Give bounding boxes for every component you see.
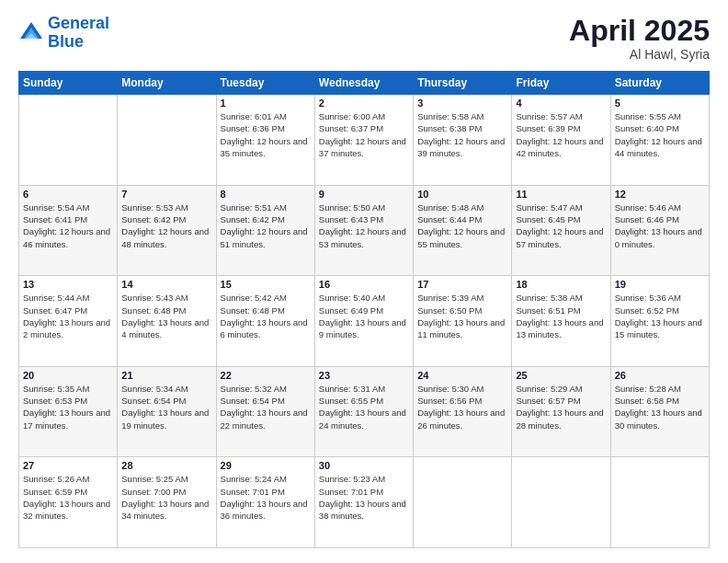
day-number: 5 — [615, 98, 705, 109]
day-number: 7 — [121, 189, 211, 200]
calendar-week-row: 13Sunrise: 5:44 AMSunset: 6:47 PMDayligh… — [19, 276, 710, 367]
calendar-cell: 28Sunrise: 5:25 AMSunset: 7:00 PMDayligh… — [118, 457, 216, 548]
calendar-cell: 15Sunrise: 5:42 AMSunset: 6:48 PMDayligh… — [216, 276, 314, 367]
day-info: Sunrise: 5:46 AMSunset: 6:46 PMDaylight:… — [615, 201, 705, 250]
column-header-friday: Friday — [512, 72, 610, 95]
logo-text: General Blue — [48, 15, 109, 52]
calendar-week-row: 1Sunrise: 6:01 AMSunset: 6:36 PMDaylight… — [19, 95, 710, 186]
day-info: Sunrise: 5:36 AMSunset: 6:52 PMDaylight:… — [615, 292, 705, 340]
day-info: Sunrise: 5:51 AMSunset: 6:42 PMDaylight:… — [221, 201, 311, 250]
day-number: 11 — [516, 189, 606, 200]
day-info: Sunrise: 5:44 AMSunset: 6:47 PMDaylight:… — [23, 292, 113, 340]
calendar-cell: 13Sunrise: 5:44 AMSunset: 6:47 PMDayligh… — [19, 276, 118, 367]
calendar-week-row: 6Sunrise: 5:54 AMSunset: 6:41 PMDaylight… — [19, 185, 710, 276]
calendar-week-row: 20Sunrise: 5:35 AMSunset: 6:53 PMDayligh… — [19, 366, 710, 457]
day-info: Sunrise: 5:47 AMSunset: 6:45 PMDaylight:… — [516, 201, 606, 250]
logo-line1: General — [48, 14, 109, 32]
column-header-tuesday: Tuesday — [216, 72, 314, 95]
day-number: 24 — [417, 370, 507, 381]
day-number: 12 — [615, 189, 705, 200]
day-info: Sunrise: 6:00 AMSunset: 6:37 PMDaylight:… — [319, 110, 409, 159]
day-info: Sunrise: 5:23 AMSunset: 7:01 PMDaylight:… — [319, 473, 409, 522]
calendar-cell: 1Sunrise: 6:01 AMSunset: 6:36 PMDaylight… — [216, 95, 314, 186]
calendar-cell: 6Sunrise: 5:54 AMSunset: 6:41 PMDaylight… — [19, 185, 118, 276]
day-info: Sunrise: 5:57 AMSunset: 6:39 PMDaylight:… — [516, 110, 606, 159]
day-info: Sunrise: 5:53 AMSunset: 6:42 PMDaylight:… — [121, 201, 211, 250]
day-info: Sunrise: 5:25 AMSunset: 7:00 PMDaylight:… — [121, 473, 211, 522]
logo-line2: Blue — [48, 32, 84, 51]
day-info: Sunrise: 5:31 AMSunset: 6:55 PMDaylight:… — [319, 383, 409, 431]
column-header-sunday: Sunday — [19, 72, 118, 95]
calendar-week-row: 27Sunrise: 5:26 AMSunset: 6:59 PMDayligh… — [19, 457, 710, 548]
day-info: Sunrise: 5:39 AMSunset: 6:50 PMDaylight:… — [417, 292, 507, 340]
day-number: 23 — [319, 370, 409, 381]
calendar-table: SundayMondayTuesdayWednesdayThursdayFrid… — [18, 71, 710, 548]
calendar-cell: 17Sunrise: 5:39 AMSunset: 6:50 PMDayligh… — [414, 276, 512, 367]
calendar-cell: 23Sunrise: 5:31 AMSunset: 6:55 PMDayligh… — [314, 366, 413, 457]
day-number: 19 — [615, 279, 705, 290]
title-block: April 2025 Al Hawl, Syria — [569, 15, 710, 62]
calendar-cell: 4Sunrise: 5:57 AMSunset: 6:39 PMDaylight… — [512, 95, 610, 186]
day-info: Sunrise: 5:42 AMSunset: 6:48 PMDaylight:… — [221, 292, 311, 340]
column-header-thursday: Thursday — [414, 72, 512, 95]
day-info: Sunrise: 5:30 AMSunset: 6:56 PMDaylight:… — [417, 383, 507, 431]
calendar-header-row: SundayMondayTuesdayWednesdayThursdayFrid… — [19, 72, 710, 95]
day-number: 18 — [516, 279, 606, 290]
day-info: Sunrise: 5:32 AMSunset: 6:54 PMDaylight:… — [221, 383, 311, 431]
calendar-cell: 29Sunrise: 5:24 AMSunset: 7:01 PMDayligh… — [216, 457, 314, 548]
calendar-cell: 21Sunrise: 5:34 AMSunset: 6:54 PMDayligh… — [118, 366, 216, 457]
day-number: 8 — [221, 189, 311, 200]
calendar-cell: 24Sunrise: 5:30 AMSunset: 6:56 PMDayligh… — [414, 366, 512, 457]
day-number: 16 — [319, 279, 409, 290]
day-number: 6 — [23, 189, 113, 200]
day-info: Sunrise: 5:43 AMSunset: 6:48 PMDaylight:… — [121, 292, 211, 340]
column-header-monday: Monday — [118, 72, 216, 95]
day-number: 10 — [417, 189, 507, 200]
calendar-cell: 22Sunrise: 5:32 AMSunset: 6:54 PMDayligh… — [216, 366, 314, 457]
day-number: 2 — [319, 98, 409, 109]
day-info: Sunrise: 5:35 AMSunset: 6:53 PMDaylight:… — [23, 383, 113, 431]
calendar-cell: 16Sunrise: 5:40 AMSunset: 6:49 PMDayligh… — [314, 276, 413, 367]
column-header-wednesday: Wednesday — [314, 72, 413, 95]
day-number: 9 — [319, 189, 409, 200]
day-number: 13 — [23, 279, 113, 290]
subtitle: Al Hawl, Syria — [569, 47, 710, 62]
day-number: 26 — [615, 370, 705, 381]
calendar-cell: 11Sunrise: 5:47 AMSunset: 6:45 PMDayligh… — [512, 185, 610, 276]
calendar-cell — [118, 95, 216, 186]
day-info: Sunrise: 5:29 AMSunset: 6:57 PMDaylight:… — [516, 383, 606, 431]
calendar-cell: 14Sunrise: 5:43 AMSunset: 6:48 PMDayligh… — [118, 276, 216, 367]
day-number: 14 — [121, 279, 211, 290]
day-number: 1 — [221, 98, 311, 109]
calendar-cell: 7Sunrise: 5:53 AMSunset: 6:42 PMDaylight… — [118, 185, 216, 276]
day-info: Sunrise: 5:55 AMSunset: 6:40 PMDaylight:… — [615, 110, 705, 159]
calendar-cell — [512, 457, 610, 548]
calendar-cell: 9Sunrise: 5:50 AMSunset: 6:43 PMDaylight… — [314, 185, 413, 276]
column-header-saturday: Saturday — [610, 72, 709, 95]
calendar-cell: 26Sunrise: 5:28 AMSunset: 6:58 PMDayligh… — [610, 366, 709, 457]
page: General Blue April 2025 Al Hawl, Syria S… — [0, 0, 728, 563]
calendar-cell: 12Sunrise: 5:46 AMSunset: 6:46 PMDayligh… — [610, 185, 709, 276]
calendar-cell — [610, 457, 709, 548]
day-info: Sunrise: 5:54 AMSunset: 6:41 PMDaylight:… — [23, 201, 113, 250]
calendar-cell: 18Sunrise: 5:38 AMSunset: 6:51 PMDayligh… — [512, 276, 610, 367]
calendar-cell: 5Sunrise: 5:55 AMSunset: 6:40 PMDaylight… — [610, 95, 709, 186]
day-number: 20 — [23, 370, 113, 381]
calendar-cell: 10Sunrise: 5:48 AMSunset: 6:44 PMDayligh… — [414, 185, 512, 276]
calendar-cell: 30Sunrise: 5:23 AMSunset: 7:01 PMDayligh… — [314, 457, 413, 548]
day-info: Sunrise: 5:58 AMSunset: 6:38 PMDaylight:… — [417, 110, 507, 159]
logo-icon — [18, 20, 44, 46]
day-number: 29 — [221, 460, 311, 471]
day-info: Sunrise: 5:50 AMSunset: 6:43 PMDaylight:… — [319, 201, 409, 250]
calendar-cell: 19Sunrise: 5:36 AMSunset: 6:52 PMDayligh… — [610, 276, 709, 367]
day-number: 27 — [23, 460, 113, 471]
calendar-cell — [19, 95, 118, 186]
main-title: April 2025 — [569, 15, 710, 47]
day-number: 4 — [516, 98, 606, 109]
calendar-cell — [414, 457, 512, 548]
day-number: 3 — [417, 98, 507, 109]
calendar-cell: 8Sunrise: 5:51 AMSunset: 6:42 PMDaylight… — [216, 185, 314, 276]
calendar-cell: 3Sunrise: 5:58 AMSunset: 6:38 PMDaylight… — [414, 95, 512, 186]
day-number: 22 — [221, 370, 311, 381]
day-info: Sunrise: 5:26 AMSunset: 6:59 PMDaylight:… — [23, 473, 113, 522]
